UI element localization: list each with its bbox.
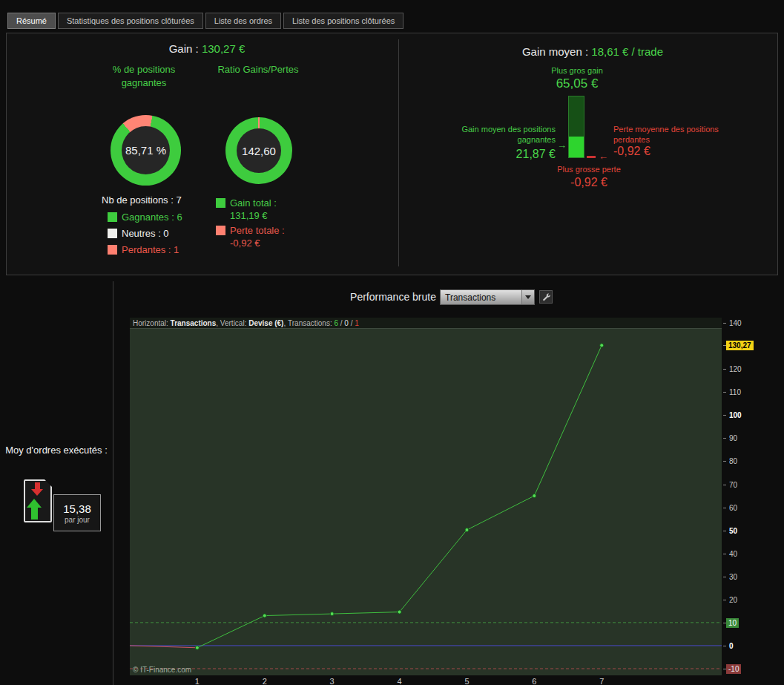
chart-settings-button[interactable]: [539, 290, 553, 304]
down-arrow-icon: [31, 482, 43, 496]
y-axis-label: -10: [726, 664, 741, 674]
gain-loss-ratio-value: 142,60: [237, 128, 281, 173]
y-axis-label: 10: [726, 618, 739, 628]
legend-perdantes: Perdantes : 1: [108, 244, 182, 255]
plus-gros-gain-label: Plus gros gain: [518, 66, 636, 75]
y-tick-mark: [723, 438, 726, 439]
green-square-icon: [108, 212, 117, 222]
y-tick-mark: [723, 600, 726, 600]
y-tick-mark: [723, 577, 726, 577]
up-arrow-icon: [27, 499, 42, 520]
x-axis-label: 6: [527, 677, 541, 685]
y-axis-label: 140: [729, 318, 742, 328]
y-axis-label: 80: [729, 456, 737, 466]
copyright-notice: © IT-Finance.com: [133, 666, 191, 674]
win-rate-value: 85,71 %: [122, 126, 170, 174]
y-axis-label: 70: [729, 480, 737, 490]
y-axis-label: 30: [729, 572, 737, 582]
average-loss-bar: [587, 156, 596, 158]
x-axis: 1234567: [130, 677, 722, 685]
tab-bar: Résumé Statistiques des positions clôtur…: [7, 13, 403, 29]
orders-per-day-title: Moy d'ordres exécutés :: [4, 444, 108, 458]
gain-total: Gain total : 131,19 €: [216, 197, 285, 221]
performance-brute-title: Performance brute: [282, 291, 436, 303]
tab-liste-des-ordres[interactable]: Liste des ordres: [205, 13, 281, 29]
legend-neutres: Neutres : 0: [108, 228, 182, 239]
y-tick-mark: [723, 485, 726, 485]
biggest-gain-bar: [568, 96, 584, 158]
gain-moyen-gagnantes-value: 21,87 €: [458, 148, 556, 161]
gain-total-value: 131,19 €: [230, 210, 285, 221]
y-tick-mark: [723, 369, 726, 370]
tab-liste-positions-cloturees[interactable]: Liste des positions clôturées: [283, 13, 403, 29]
perte-moyenne-perdantes-value: -0,92 €: [613, 145, 721, 158]
x-axis-label: 3: [325, 677, 340, 685]
tab-resume[interactable]: Résumé: [7, 13, 56, 29]
gain-title: Gain : 130,27 €: [51, 42, 363, 55]
losses-count: 1: [355, 319, 359, 327]
x-axis-label: 7: [594, 677, 609, 685]
y-axis-label: 0: [729, 641, 734, 651]
y-axis-label: 90: [729, 433, 737, 443]
y-axis-label: 110: [729, 387, 741, 397]
y-axis: 140130,271201101009080706050403020100-10: [723, 318, 783, 683]
plus-grosse-perte-label: Plus grosse perte: [526, 165, 652, 174]
x-axis-label: 1: [190, 677, 205, 685]
equity-curve: [130, 318, 722, 675]
gain-loss-ratio-donut-chart: 142,60: [225, 117, 292, 184]
orders-per-day-unit: par jour: [65, 516, 90, 524]
gain-value: 130,27 €: [202, 42, 245, 55]
y-axis-label: 40: [729, 549, 737, 559]
plus-grosse-perte-value: -0,92 €: [526, 176, 652, 189]
x-axis-label: 2: [257, 677, 272, 685]
pct-positions-title: % de positions gagnantes: [92, 63, 196, 90]
perte-totale: Perte totale : -0,92 €: [216, 225, 285, 249]
y-axis-label: 60: [729, 503, 737, 513]
positions-legend: Gagnantes : 6 Neutres : 0 Perdantes : 1: [108, 212, 182, 260]
y-tick-mark: [723, 508, 726, 508]
win-rate-donut-chart: 85,71 %: [111, 115, 181, 186]
gain-moyen-title: Gain moyen : 18,61 € / trade: [452, 45, 734, 58]
white-square-icon: [108, 229, 117, 238]
arrow-right-icon: →: [557, 140, 567, 151]
y-axis-label: 120: [729, 364, 742, 374]
nb-positions: Nb de positions : 7: [102, 194, 182, 206]
y-axis-label: 100: [729, 410, 742, 420]
x-axis-mode-value: Transactions: [445, 292, 495, 303]
left-column-divider: [113, 281, 113, 685]
y-tick-mark: [723, 554, 726, 554]
y-axis-label: 20: [729, 595, 737, 605]
y-tick-mark: [723, 323, 726, 324]
y-tick-mark: [723, 646, 726, 646]
chart-axis-legend: Horizontal: Transactions, Vertical: Devi…: [130, 318, 722, 329]
y-tick-mark: [723, 415, 726, 416]
x-axis-label: 5: [459, 677, 474, 685]
average-gain-bar: [569, 137, 584, 157]
select-arrow-button[interactable]: [521, 290, 534, 304]
perte-moyenne-perdantes-label: Perte moyenne des positions perdantes: [613, 124, 721, 145]
y-axis-label: 50: [729, 526, 737, 536]
chevron-down-icon: [525, 295, 531, 299]
ratio-title: Ratio Gains/Pertes: [217, 63, 300, 76]
tab-statistiques-positions-cloturees[interactable]: Statistiques des positions clôturées: [58, 13, 203, 29]
summary-panel: Gain : 130,27 € % de positions gagnantes…: [6, 33, 778, 275]
green-square-icon: [216, 198, 225, 208]
vertical-divider: [398, 39, 399, 266]
y-axis-label: 130,27: [726, 341, 754, 350]
plus-gros-gain-value: 65,05 €: [518, 76, 636, 91]
x-axis-mode-select[interactable]: Transactions: [440, 289, 535, 305]
gain-moyen-gagnantes-label: Gain moyen des positions gagnantes: [458, 124, 556, 145]
orders-per-day-value: 15,38: [63, 502, 91, 515]
perte-totale-value: -0,92 €: [230, 237, 285, 249]
folded-corner-icon: [45, 479, 52, 487]
arrow-left-icon: ←: [599, 151, 608, 162]
orders-per-day-box: 15,38 par jour: [53, 494, 101, 531]
performance-chart[interactable]: Horizontal: Transactions, Vertical: Devi…: [130, 318, 722, 675]
y-tick-mark: [723, 531, 726, 531]
legend-gagnantes: Gagnantes : 6: [108, 212, 182, 223]
y-tick-mark: [723, 392, 726, 393]
salmon-square-icon: [108, 245, 117, 255]
totals-legend: Gain total : 131,19 € Perte totale : -0,…: [216, 197, 285, 252]
salmon-square-icon: [216, 226, 225, 235]
y-tick-mark: [723, 461, 726, 462]
